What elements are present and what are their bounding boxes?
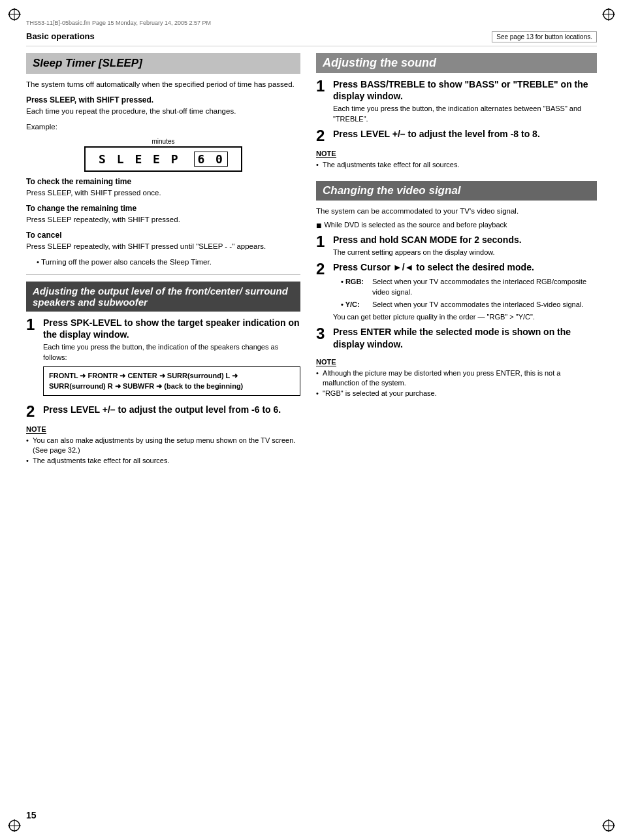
output-level-title: Adjusting the output level of the front/… bbox=[33, 285, 294, 308]
sound-step-1-content: Press BASS/TREBLE to show "BASS" or "TRE… bbox=[333, 78, 597, 124]
check-remaining-heading: To check the remaining time bbox=[26, 177, 300, 186]
sound-note-section: NOTE The adjustments take effect for all… bbox=[316, 149, 597, 170]
step-2-num: 2 bbox=[26, 404, 38, 419]
example-label: Example: bbox=[26, 121, 300, 133]
press-sleep-heading: Press SLEEP, with SHIFT pressed. bbox=[26, 95, 300, 105]
cancel-note: • Turning off the power also cancels the… bbox=[26, 257, 300, 268]
corner-mark-br bbox=[596, 813, 615, 832]
step-2-content: Press LEVEL +/– to adjust the output lev… bbox=[43, 404, 300, 417]
video-step-2: 2 Press Cursor ►/◄ to select the desired… bbox=[316, 261, 597, 322]
file-info: THS53-11[B]-05basic.fm Page 15 Monday, F… bbox=[26, 20, 597, 26]
video-step-1-title: Press and hold SCAN MODE for 2 seconds. bbox=[333, 234, 597, 246]
video-step-2-content: Press Cursor ►/◄ to select the desired m… bbox=[333, 261, 597, 322]
video-step-3-content: Press ENTER while the selected mode is s… bbox=[333, 326, 597, 351]
change-remaining-heading: To change the remaining time bbox=[26, 204, 300, 213]
video-note-2: "RGB" is selected at your purchase. bbox=[316, 389, 597, 398]
sound-step-1-desc: Each time you press the button, the indi… bbox=[333, 104, 597, 124]
sound-step-2-title: Press LEVEL +/– to adjust the level from… bbox=[333, 128, 597, 140]
adjusting-sound-header: Adjusting the sound bbox=[316, 53, 597, 73]
mode-row-yc: • Y/C: Select when your TV accommodates … bbox=[341, 299, 597, 310]
video-note-label: NOTE bbox=[316, 358, 336, 366]
yc-label: • Y/C: bbox=[341, 299, 367, 310]
video-step-1-desc: The current setting appears on the displ… bbox=[333, 248, 597, 257]
output-note-1: You can also make adjustments by using t… bbox=[26, 436, 300, 456]
sound-step-1-num: 1 bbox=[316, 78, 328, 94]
press-sleep-desc: Each time you repeat the procedure, the … bbox=[26, 106, 300, 117]
video-step-1-num: 1 bbox=[316, 234, 328, 250]
video-step-1: 1 Press and hold SCAN MODE for 2 seconds… bbox=[316, 234, 597, 258]
video-note-1: Although the picture may be distorted wh… bbox=[316, 368, 597, 389]
page-header: Basic operations See page 13 for button … bbox=[26, 31, 597, 46]
video-step-3: 3 Press ENTER while the selected mode is… bbox=[316, 326, 597, 351]
sound-step-1-title: Press BASS/TREBLE to show "BASS" or "TRE… bbox=[333, 78, 597, 102]
step-1-title: Press SPK-LEVEL to show the target speak… bbox=[43, 317, 300, 340]
sleep-display-wrapper: minutes S L E E P 6 0 bbox=[26, 138, 300, 172]
output-note-label: NOTE bbox=[26, 425, 46, 434]
page-header-note: See page 13 for button locations. bbox=[492, 31, 597, 42]
step-1-num: 1 bbox=[26, 317, 38, 332]
right-column: Adjusting the sound 1 Press BASS/TREBLE … bbox=[316, 53, 597, 466]
sleep-display-text: S L E E P bbox=[99, 152, 180, 166]
quality-note: You can get better picture quality in th… bbox=[333, 312, 597, 322]
while-dvd-note: ■ While DVD is selected as the source an… bbox=[316, 221, 597, 230]
sleep-timer-intro: The system turns off automatically when … bbox=[26, 79, 300, 90]
sound-note-1: The adjustments take effect for all sour… bbox=[316, 160, 597, 170]
left-column: Sleep Timer [SLEEP] The system turns off… bbox=[26, 53, 300, 466]
sleep-display: S L E E P 6 0 bbox=[84, 146, 242, 172]
video-step-2-num: 2 bbox=[316, 261, 328, 277]
cancel-text: Press SLEEP repeatedly, with SHIFT press… bbox=[26, 241, 300, 252]
step-2-title: Press LEVEL +/– to adjust the output lev… bbox=[43, 404, 300, 415]
corner-mark-bl bbox=[8, 813, 27, 832]
sound-step-2-num: 2 bbox=[316, 128, 328, 144]
corner-mark-tl bbox=[8, 8, 27, 27]
check-remaining-text: Press SLEEP, with SHIFT pressed once. bbox=[26, 187, 300, 199]
output-note-2: The adjustments take effect for all sour… bbox=[26, 456, 300, 466]
sleep-display-value: 6 0 bbox=[194, 152, 228, 167]
output-note-section: NOTE You can also make adjustments by us… bbox=[26, 425, 300, 466]
sound-step-1: 1 Press BASS/TREBLE to show "BASS" or "T… bbox=[316, 78, 597, 124]
corner-mark-tr bbox=[596, 8, 615, 27]
while-dvd-text: While DVD is selected as the source and … bbox=[324, 221, 507, 229]
mode-table: • RGB: Select when your TV accommodates … bbox=[341, 276, 597, 310]
video-signal-intro: The system can be accommodated to your T… bbox=[316, 206, 597, 217]
adjusting-sound-title: Adjusting the sound bbox=[323, 56, 590, 70]
sound-step-2-content: Press LEVEL +/– to adjust the level from… bbox=[333, 128, 597, 142]
video-signal-title: Changing the video signal bbox=[323, 184, 590, 197]
step-1-content: Press SPK-LEVEL to show the target speak… bbox=[43, 317, 300, 400]
yc-desc: Select when your TV accommodates the int… bbox=[372, 299, 597, 310]
sound-step-2: 2 Press LEVEL +/– to adjust the level fr… bbox=[316, 128, 597, 144]
flow-box: FRONTL ➜ FRONTR ➜ CENTER ➜ SURR(surround… bbox=[43, 366, 300, 396]
rgb-label: • RGB: bbox=[341, 276, 367, 298]
divider-1 bbox=[26, 274, 300, 275]
main-columns: Sleep Timer [SLEEP] The system turns off… bbox=[26, 53, 597, 466]
output-level-header: Adjusting the output level of the front/… bbox=[26, 282, 300, 312]
sound-note-label: NOTE bbox=[316, 150, 336, 158]
mode-row-rgb: • RGB: Select when your TV accommodates … bbox=[341, 276, 597, 298]
video-step-3-title: Press ENTER while the selected mode is s… bbox=[333, 326, 597, 349]
step-1-desc: Each time you press the button, the indi… bbox=[43, 342, 300, 363]
video-step-3-num: 3 bbox=[316, 326, 328, 342]
rgb-desc: Select when your TV accommodates the int… bbox=[372, 276, 597, 298]
video-signal-header: Changing the video signal bbox=[316, 181, 597, 201]
sleep-timer-header: Sleep Timer [SLEEP] bbox=[26, 53, 300, 74]
video-step-1-content: Press and hold SCAN MODE for 2 seconds. … bbox=[333, 234, 597, 258]
video-note-section: NOTE Although the picture may be distort… bbox=[316, 357, 597, 398]
minutes-label: minutes bbox=[26, 138, 300, 145]
cancel-heading: To cancel bbox=[26, 231, 300, 240]
page-header-title: Basic operations bbox=[26, 31, 95, 41]
page-number: 15 bbox=[26, 810, 37, 820]
output-step-2: 2 Press LEVEL +/– to adjust the output l… bbox=[26, 404, 300, 419]
change-remaining-text: Press SLEEP repeatedly, with SHIFT press… bbox=[26, 214, 300, 225]
bullet-icon: ■ bbox=[316, 221, 321, 230]
output-step-1: 1 Press SPK-LEVEL to show the target spe… bbox=[26, 317, 300, 400]
sleep-timer-title: Sleep Timer [SLEEP] bbox=[33, 57, 294, 70]
video-step-2-title: Press Cursor ►/◄ to select the desired m… bbox=[333, 261, 597, 273]
